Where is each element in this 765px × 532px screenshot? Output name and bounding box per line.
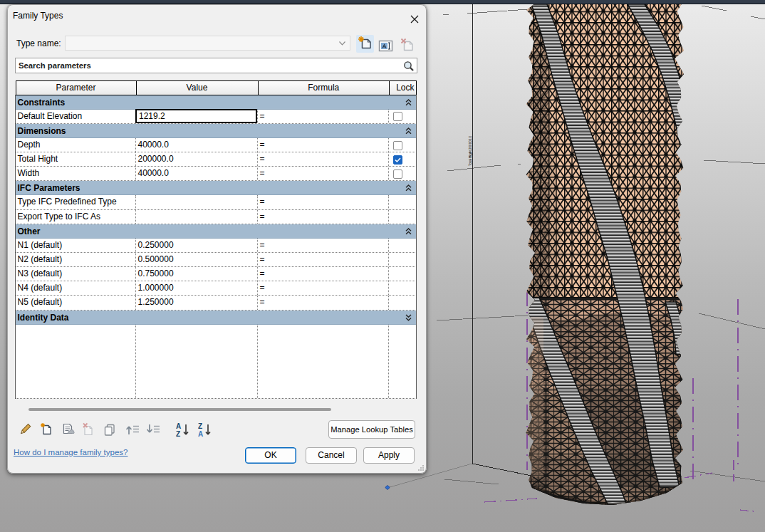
svg-text:A: A — [176, 422, 181, 430]
svg-text:Total Hight 200000.0: Total Hight 200000.0 — [469, 135, 472, 166]
svg-text:Z: Z — [176, 430, 180, 438]
svg-text:A: A — [198, 430, 203, 438]
svg-text:Z: Z — [198, 422, 202, 430]
